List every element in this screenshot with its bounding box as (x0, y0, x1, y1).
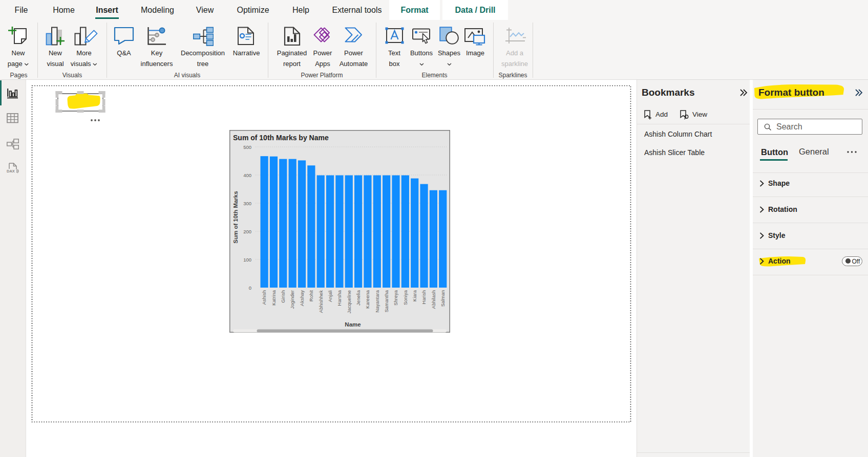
svg-text:Jacqueline: Jacqueline (346, 290, 352, 313)
svg-text:Rohit: Rohit (308, 290, 314, 302)
svg-text:Joginder: Joginder (289, 290, 295, 309)
svg-text:Salman: Salman (440, 290, 446, 307)
svg-text:Abhilash: Abhilash (431, 290, 436, 309)
svg-text:300: 300 (243, 201, 251, 206)
svg-text:500: 500 (243, 144, 251, 150)
svg-text:Anjali: Anjali (327, 290, 333, 302)
svg-text:Abhishhek: Abhishhek (318, 290, 324, 313)
svg-text:Akshay: Akshay (299, 290, 305, 306)
svg-text:200: 200 (243, 229, 251, 234)
svg-text:Harish: Harish (421, 290, 427, 304)
svg-text:DAX: DAX (7, 169, 15, 173)
svg-text:Sum of 10th Marks: Sum of 10th Marks (232, 191, 239, 243)
svg-text:Jenelia: Jenelia (355, 290, 361, 306)
svg-text:Girish: Girish (280, 290, 286, 303)
svg-text:Name: Name (345, 321, 361, 328)
svg-text:Sum of 10th Marks by Name: Sum of 10th Marks by Name (233, 134, 329, 142)
svg-text:0: 0 (249, 285, 251, 291)
svg-text:Soniya: Soniya (403, 290, 408, 305)
svg-text:Kareena: Kareena (365, 290, 370, 309)
svg-text:Harsha: Harsha (336, 290, 342, 306)
svg-text:Samantha: Samantha (384, 290, 389, 312)
svg-text:Kiara: Kiara (412, 290, 417, 301)
svg-text:Katrina: Katrina (271, 290, 277, 306)
svg-text:Nayantara: Nayantara (374, 290, 380, 313)
svg-text:Shreya: Shreya (393, 290, 398, 306)
svg-text:Ashish: Ashish (261, 290, 267, 305)
svg-text:400: 400 (243, 172, 251, 178)
svg-text:100: 100 (243, 257, 251, 263)
